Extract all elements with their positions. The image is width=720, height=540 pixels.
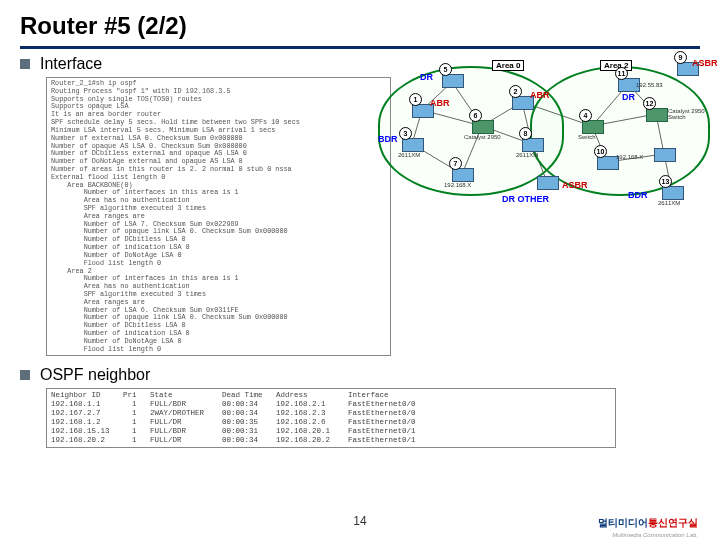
device-label: Catalyst 2950 Switch (668, 108, 708, 120)
ip-label: 192.55.83 (636, 82, 663, 88)
badge: 3 (399, 127, 412, 140)
badge: 1 (409, 93, 422, 106)
tag-abr: ABR (430, 98, 450, 108)
role-bdr: BDR (378, 134, 398, 144)
device-label: 2611XM (658, 200, 680, 206)
square-bullet-icon (20, 370, 30, 380)
badge: 5 (439, 63, 452, 76)
device-label: Catalyst 2950 (464, 134, 501, 140)
footer-logo-accent: 통신연구실 (648, 517, 698, 528)
router-3: 3 (402, 138, 424, 152)
badge: 11 (615, 67, 628, 80)
bullet-ospf-neighbor: OSPF neighbor (20, 366, 700, 384)
ip-label: 192.168.X (616, 154, 643, 160)
badge: 8 (519, 127, 532, 140)
router-8: 8 (522, 138, 544, 152)
device-label: 2611XM (398, 152, 420, 158)
terminal-output-ospf-neighbor: Neighbor ID Pri State Dead Time Address … (46, 388, 616, 448)
tag-asbr: ASBR (692, 58, 718, 68)
router-7: 7 (452, 168, 474, 182)
switch-12: 12 (646, 108, 668, 122)
terminal-output-sh-ip-ospf: Router_2_1#sh ip ospf Routing Process "o… (46, 77, 391, 356)
router-r (537, 176, 559, 190)
role-dr: DR (622, 92, 635, 102)
router-13: 13 (662, 186, 684, 200)
device-label: Switch (578, 134, 596, 140)
role-drother: DR OTHER (502, 194, 549, 204)
badge: 10 (594, 145, 607, 158)
area-0-label: Area 0 (492, 60, 524, 71)
switch-4: 4 (582, 120, 604, 134)
slide: Router #5 (2/2) Interface Router_2_1#sh … (0, 0, 720, 540)
footer-logo-main: 멀티미디어 (598, 517, 648, 528)
bullet-text: OSPF neighbor (40, 366, 150, 384)
switch-6: 6 (472, 120, 494, 134)
badge: 4 (579, 109, 592, 122)
footer-logo: 멀티미디어통신연구실 (598, 516, 698, 530)
square-bullet-icon (20, 59, 30, 69)
badge: 7 (449, 157, 462, 170)
badge: 6 (469, 109, 482, 122)
router-13-a (654, 148, 676, 162)
topology-diagram: Area 0 Area 2 5 DR 1 ABR 3 BDR 2611XM 6 … (372, 54, 708, 224)
bullet-text: Interface (40, 55, 102, 73)
router-5: 5 (442, 74, 464, 88)
badge: 9 (674, 51, 687, 64)
ip-label: 192.168.X (444, 182, 471, 188)
badge: 12 (643, 97, 656, 110)
role-bdr: BDR (628, 190, 648, 200)
page-title: Router #5 (2/2) (20, 8, 700, 49)
badge: 2 (509, 85, 522, 98)
device-label: 2611XM (516, 152, 538, 158)
role-dr: DR (420, 72, 433, 82)
tag-abr: ABR (530, 90, 550, 100)
badge: 13 (659, 175, 672, 188)
footer-subtitle: Multimedia Communication Lab. (612, 532, 698, 538)
tag-asbr: ASBR (562, 180, 588, 190)
